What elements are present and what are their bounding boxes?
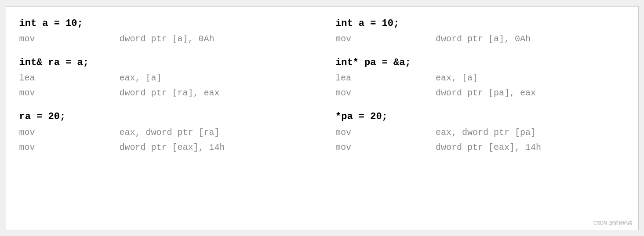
right-asm-1-0-operand: dword ptr [a], 0Ah [388,32,531,47]
left-asm-1-0: mov dword ptr [a], 0Ah [19,32,309,47]
right-block-1: int a = 10; mov dword ptr [a], 0Ah [335,15,625,47]
watermark: CSDN @荣智码路 [593,220,633,226]
left-asm-2-1-mnemonic: mov [19,86,72,101]
right-source-2-text: int* pa = &a; [335,54,411,71]
left-asm-3-0-mnemonic: mov [19,125,72,140]
right-asm-1-0-mnemonic: mov [335,32,388,47]
left-source-3-text: ra = 20; [19,109,66,125]
right-asm-1-0: mov dword ptr [a], 0Ah [335,32,625,47]
left-asm-3-1-mnemonic: mov [19,140,72,155]
right-block-2: int* pa = &a; lea eax, [a] mov dword ptr… [335,54,625,101]
left-asm-3-1: mov dword ptr [eax], 14h [19,140,309,155]
right-source-2: int* pa = &a; [335,54,625,71]
left-source-3: ra = 20; [19,109,309,125]
left-source-2: int& ra = a; [19,54,309,71]
right-asm-2-1-mnemonic: mov [335,86,388,101]
right-asm-2-0-operand: eax, [a] [388,71,478,86]
left-asm-3-1-operand: dword ptr [eax], 14h [72,140,225,155]
left-asm-3-0-operand: eax, dword ptr [ra] [72,125,220,140]
right-asm-3-1: mov dword ptr [eax], 14h [335,140,625,155]
left-block-2: int& ra = a; lea eax, [a] mov dword ptr … [19,54,309,101]
left-source-2-text: int& ra = a; [19,54,89,71]
right-panel: int a = 10; mov dword ptr [a], 0Ah int* … [322,7,638,230]
right-source-1-text: int a = 10; [335,15,399,32]
left-asm-2-0: lea eax, [a] [19,71,309,86]
left-asm-1-0-mnemonic: mov [19,32,72,47]
left-source-1-text: int a = 10; [19,15,83,32]
right-source-3-text: *pa = 20; [335,109,388,125]
right-asm-3-0: mov eax, dword ptr [pa] [335,125,625,140]
right-asm-3-1-operand: dword ptr [eax], 14h [388,140,541,155]
left-asm-1-0-operand: dword ptr [a], 0Ah [72,32,215,47]
left-asm-2-1-operand: dword ptr [ra], eax [72,86,220,101]
right-source-3: *pa = 20; [335,109,625,125]
right-asm-3-1-mnemonic: mov [335,140,388,155]
left-block-1: int a = 10; mov dword ptr [a], 0Ah [19,15,309,47]
right-block-3: *pa = 20; mov eax, dword ptr [pa] mov dw… [335,109,625,155]
main-container: int a = 10; mov dword ptr [a], 0Ah int& … [6,6,639,230]
left-asm-2-1: mov dword ptr [ra], eax [19,86,309,101]
right-asm-2-1: mov dword ptr [pa], eax [335,86,625,101]
left-panel: int a = 10; mov dword ptr [a], 0Ah int& … [6,7,323,230]
left-asm-3-0: mov eax, dword ptr [ra] [19,125,309,140]
right-asm-2-0: lea eax, [a] [335,71,625,86]
left-asm-2-0-operand: eax, [a] [72,71,162,86]
right-asm-2-0-mnemonic: lea [335,71,388,86]
left-asm-2-0-mnemonic: lea [19,71,72,86]
right-asm-3-0-operand: eax, dword ptr [pa] [388,125,536,140]
left-source-1: int a = 10; [19,15,309,32]
right-source-1: int a = 10; [335,15,625,32]
right-asm-2-1-operand: dword ptr [pa], eax [388,86,536,101]
right-asm-3-0-mnemonic: mov [335,125,388,140]
left-block-3: ra = 20; mov eax, dword ptr [ra] mov dwo… [19,109,309,155]
